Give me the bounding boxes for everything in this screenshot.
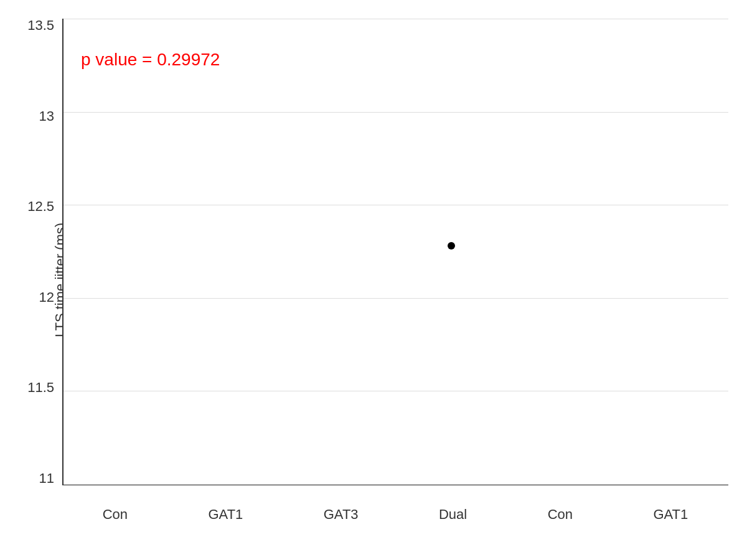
chart-area: [62, 19, 728, 485]
chart-container: LTS time jitter (ms) 13.5 13 12.5 12: [0, 0, 747, 560]
grid-line-125: [63, 205, 728, 205]
y-label-125: 12.5: [27, 200, 54, 213]
x-label-dual: Dual: [439, 506, 467, 523]
grid-line-135: [63, 19, 728, 19]
y-label-115: 11.5: [27, 381, 54, 394]
x-label-gat1: GAT1: [208, 506, 243, 523]
y-label-135: 13.5: [27, 19, 54, 32]
x-label-gat3: GAT3: [324, 506, 359, 523]
grid-line-11: [63, 484, 728, 485]
data-point-dual: [448, 242, 455, 250]
grid-line-12: [63, 298, 728, 299]
chart-inner: [63, 19, 728, 484]
x-label-gat1-2: GAT1: [653, 506, 688, 523]
p-value-label: p value = 0.29972: [81, 50, 220, 70]
y-label-13: 13: [39, 110, 54, 123]
x-label-con1: Con: [103, 506, 128, 523]
x-axis: Con GAT1 GAT3 Dual Con GAT1: [62, 506, 728, 523]
grid-line-115: [63, 391, 728, 391]
y-label-11: 11: [39, 472, 54, 485]
y-label-12: 12: [39, 291, 54, 304]
x-label-con2: Con: [548, 506, 573, 523]
grid-line-13: [63, 112, 728, 113]
y-axis: 13.5 13 12.5 12 11.5 11: [0, 19, 59, 485]
